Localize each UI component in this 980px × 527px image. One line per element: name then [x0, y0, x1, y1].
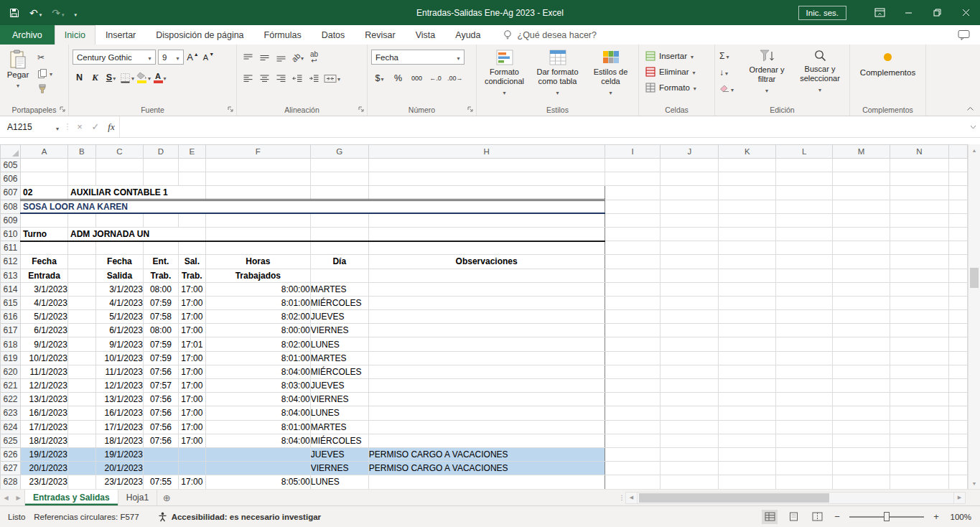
close-button[interactable] — [951, 0, 980, 25]
cell-C621[interactable]: 12/1/2023 — [95, 379, 143, 393]
circular-references-status[interactable]: Referencias circulares: F577 — [34, 513, 139, 521]
cell-F623[interactable]: 8:04:00 — [205, 406, 310, 420]
row-header-614[interactable]: 614 — [1, 282, 21, 296]
name-box[interactable]: A1215 — [0, 116, 63, 137]
column-header-g[interactable]: G — [310, 145, 368, 159]
cell-H627[interactable]: PERMISO CARGO A VACACIONES — [368, 462, 605, 475]
cell-K610[interactable] — [719, 227, 776, 241]
cell-I615[interactable] — [605, 296, 661, 309]
number-format-select[interactable]: Fecha — [371, 50, 465, 65]
insert-function-button[interactable]: fx — [103, 116, 119, 137]
cell-K616[interactable] — [719, 310, 776, 324]
cell-D622[interactable]: 07:56 — [143, 393, 178, 406]
row-header-612[interactable]: 612 — [1, 255, 21, 269]
cell-G624[interactable]: MARTES — [310, 420, 368, 434]
increase-font-size-button[interactable]: A▲ — [186, 50, 200, 65]
cell-I628[interactable] — [605, 475, 661, 489]
cell-L605[interactable] — [776, 159, 833, 172]
zoom-slider-thumb[interactable] — [884, 512, 890, 521]
row-header-625[interactable]: 625 — [1, 434, 21, 447]
decrease-font-size-button[interactable]: A▼ — [202, 50, 215, 65]
cell-N617[interactable] — [890, 324, 949, 337]
row-header-606[interactable]: 606 — [1, 172, 21, 186]
cell-A618[interactable]: 9/1/2023 — [20, 337, 67, 351]
cell-H626[interactable]: PERMISO CARGO A VACACIONES — [368, 447, 605, 461]
cell-K605[interactable] — [719, 159, 776, 172]
cell-N615[interactable] — [890, 296, 949, 309]
cell-F627[interactable] — [205, 462, 310, 475]
align-right-button[interactable] — [274, 71, 288, 85]
cell-G617[interactable]: VIERNES — [310, 324, 368, 337]
cell-F606[interactable] — [205, 172, 310, 186]
cell-L626[interactable] — [776, 447, 833, 461]
cell-filler-609[interactable] — [948, 213, 967, 227]
cell-I621[interactable] — [605, 379, 661, 393]
cell-G610[interactable] — [310, 227, 368, 241]
format-as-table-button[interactable]: Dar formato como tabla — [532, 48, 584, 97]
cell-G621[interactable]: JUEVES — [310, 379, 368, 393]
cell-L622[interactable] — [776, 393, 833, 406]
row-header-615[interactable]: 615 — [1, 296, 21, 309]
cell-D615[interactable]: 07:59 — [143, 296, 178, 309]
cell-B619[interactable] — [67, 351, 95, 365]
redo-button[interactable]: ↷ — [47, 0, 69, 25]
column-header-b[interactable]: B — [67, 145, 95, 159]
cell-G607[interactable] — [310, 186, 368, 200]
cell-H624[interactable] — [368, 420, 605, 434]
column-header-i[interactable]: I — [605, 145, 661, 159]
cell-F610[interactable] — [205, 227, 310, 241]
cell-B605[interactable] — [67, 159, 95, 172]
copy-button[interactable] — [34, 67, 55, 80]
cell-G618[interactable]: LUNES — [310, 337, 368, 351]
fill-color-button[interactable] — [136, 70, 151, 85]
row-header-622[interactable]: 622 — [1, 393, 21, 406]
cell-F614[interactable]: 8:00:00 — [205, 282, 310, 296]
zoom-slider[interactable] — [849, 516, 924, 518]
cell-D617[interactable]: 08:00 — [143, 324, 178, 337]
cell-H609[interactable] — [368, 213, 605, 227]
cell-L617[interactable] — [776, 324, 833, 337]
cell-E622[interactable]: 17:00 — [178, 393, 205, 406]
cell-J612[interactable] — [661, 255, 719, 269]
cell-N611[interactable] — [890, 241, 949, 255]
clear-button[interactable] — [719, 84, 734, 94]
cell-F628[interactable]: 8:05:00 — [205, 475, 310, 489]
cell-A616[interactable]: 5/1/2023 — [20, 310, 67, 324]
comma-style-button[interactable]: 000 — [410, 71, 424, 85]
cell-C618[interactable]: 9/1/2023 — [95, 337, 143, 351]
cell-C617[interactable]: 6/1/2023 — [95, 324, 143, 337]
cell-H613[interactable] — [368, 269, 605, 282]
increase-decimal-button[interactable]: ←.0 — [429, 71, 442, 85]
cell-E611[interactable] — [178, 241, 205, 255]
cell-A614[interactable]: 3/1/2023 — [20, 282, 67, 296]
cell-K621[interactable] — [719, 379, 776, 393]
cell-J628[interactable] — [661, 475, 719, 489]
cell-B624[interactable] — [67, 420, 95, 434]
cell-L625[interactable] — [776, 434, 833, 447]
cell-H606[interactable] — [368, 172, 605, 186]
row-header-613[interactable]: 613 — [1, 269, 21, 282]
cell-filler-626[interactable] — [948, 447, 967, 461]
cell-M612[interactable] — [833, 255, 890, 269]
cell-L611[interactable] — [776, 241, 833, 255]
cell-I610[interactable] — [605, 227, 661, 241]
align-middle-button[interactable] — [258, 50, 271, 65]
cell-D626[interactable] — [143, 447, 178, 461]
cell-J606[interactable] — [661, 172, 719, 186]
cell-H621[interactable] — [368, 379, 605, 393]
sort-filter-button[interactable]: Ordenar y filtrar — [744, 49, 790, 95]
column-header-m[interactable]: M — [833, 145, 890, 159]
maximize-button[interactable] — [923, 0, 951, 25]
cell-M606[interactable] — [833, 172, 890, 186]
cell-G606[interactable] — [310, 172, 368, 186]
column-header-j[interactable]: J — [661, 145, 719, 159]
customize-quick-access-button[interactable] — [70, 0, 83, 25]
cell-D605[interactable] — [143, 159, 178, 172]
cell-G622[interactable]: VIERNES — [310, 393, 368, 406]
cell-J613[interactable] — [661, 269, 719, 282]
cell-C609[interactable] — [95, 213, 143, 227]
cell-H612[interactable]: Observaciones — [368, 255, 605, 269]
cell-J614[interactable] — [661, 282, 719, 296]
cell-M622[interactable] — [833, 393, 890, 406]
cell-G609[interactable] — [310, 213, 368, 227]
